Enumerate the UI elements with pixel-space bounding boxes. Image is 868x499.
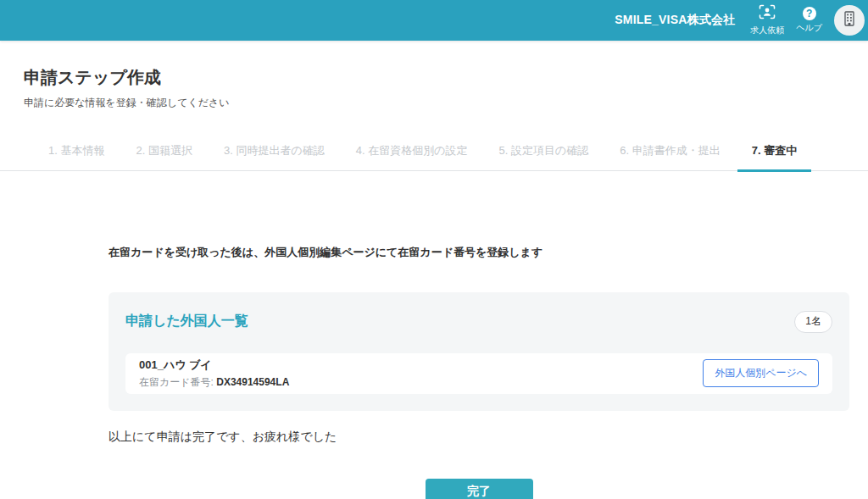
residence-card-number: DX34914594LA [216, 376, 289, 388]
help-button[interactable]: ? ヘルプ [796, 7, 822, 34]
person-row: 001_ハウ ブイ 在留カード番号: DX34914594LA 外国人個別ページ… [125, 353, 832, 394]
residence-card-line: 在留カード番号: DX34914594LA [139, 375, 289, 390]
help-label: ヘルプ [796, 22, 822, 34]
residence-card-label: 在留カード番号: [139, 376, 216, 388]
person-detail-page-button[interactable]: 外国人個別ページへ [703, 359, 819, 387]
app-header: SMILE_VISA株式会社 求人依頼 ? ヘルプ [0, 0, 868, 41]
building-icon [843, 10, 856, 30]
instruction-text: 在留カードを受け取った後は、外国人個別編集ページにて在留カード番号を登録します [108, 245, 849, 260]
job-request-button[interactable]: 求人依頼 [750, 4, 784, 36]
card-title: 申請した外国人一覧 [125, 313, 248, 330]
step-tab-nationality[interactable]: 2. 国籍選択 [121, 133, 206, 172]
step-tab-co-submitters[interactable]: 3. 同時提出者の確認 [209, 133, 339, 172]
title-block: 申請ステップ作成 申請に必要な情報を登録・確認してください [0, 41, 868, 110]
person-info: 001_ハウ ブイ 在留カード番号: DX34914594LA [139, 358, 289, 390]
content-area: 在留カードを受け取った後は、外国人個別編集ページにて在留カード番号を登録します … [108, 245, 849, 499]
step-tab-status-settings[interactable]: 4. 在留資格個別の設定 [342, 133, 482, 172]
complete-button[interactable]: 完了 [426, 479, 533, 499]
help-icon: ? [803, 7, 816, 20]
completion-message: 以上にて申請は完了です、お疲れ様でした [108, 430, 849, 445]
count-badge: 1名 [794, 311, 832, 333]
step-tab-basic-info[interactable]: 1. 基本情報 [34, 133, 119, 172]
step-tab-confirm-settings[interactable]: 5. 設定項目の確認 [484, 133, 603, 172]
main-area: 申請ステップ作成 申請に必要な情報を登録・確認してください 1. 基本情報 2.… [0, 41, 868, 499]
page-subtitle: 申請に必要な情報を登録・確認してください [24, 96, 844, 110]
complete-button-wrap: 完了 [108, 479, 849, 499]
step-tab-create-submit[interactable]: 6. 申請書作成・提出 [605, 133, 734, 172]
applied-foreigners-card: 申請した外国人一覧 1名 001_ハウ ブイ 在留カード番号: DX349145… [108, 292, 849, 411]
person-name: 001_ハウ ブイ [139, 358, 289, 373]
job-request-label: 求人依頼 [750, 25, 784, 36]
company-name: SMILE_VISA株式会社 [615, 13, 735, 28]
step-tab-under-review[interactable]: 7. 審査中 [737, 133, 811, 172]
job-request-icon [759, 4, 776, 23]
step-tabs: 1. 基本情報 2. 国籍選択 3. 同時提出者の確認 4. 在留資格個別の設定… [0, 133, 868, 171]
account-avatar[interactable] [834, 5, 865, 36]
page-title: 申請ステップ作成 [24, 66, 844, 89]
card-header: 申請した外国人一覧 1名 [125, 311, 832, 333]
